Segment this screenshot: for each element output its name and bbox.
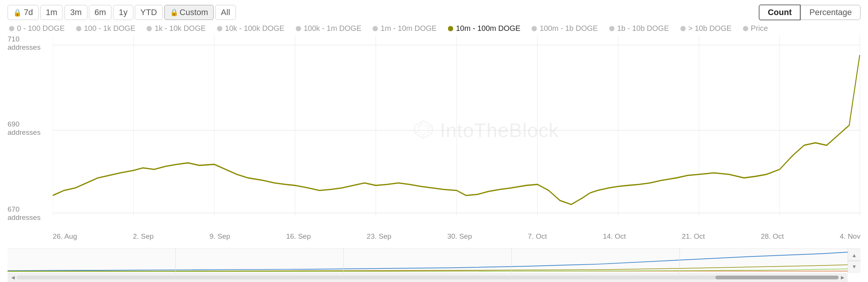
x-label-5: 30. Sep — [447, 232, 472, 241]
count-view-button[interactable]: Count — [759, 5, 801, 20]
legend-dot-1b-10b — [609, 26, 614, 31]
legend-item-0-100[interactable]: 0 - 100 DOGE — [9, 24, 65, 33]
legend-label-10m-100m: 10m - 100m DOGE — [456, 24, 520, 33]
svg-line-18 — [429, 132, 432, 133]
legend-label-100-1k: 100 - 1k DOGE — [84, 24, 136, 33]
lock-icon-custom: 🔒 — [170, 8, 178, 17]
h-scroll-left-button[interactable]: ◀ — [9, 273, 17, 282]
legend-label-100k-1m: 100k - 1m DOGE — [304, 24, 361, 33]
scroll-down-button[interactable]: ▼ — [848, 261, 860, 271]
legend-dot-10k-100k — [217, 26, 222, 31]
legend-dot-1m-10m — [373, 26, 378, 31]
y-label-bottom: 670 addresses — [8, 205, 53, 222]
lock-icon-7d: 🔒 — [13, 9, 21, 17]
filter-1y-button[interactable]: 1y — [113, 5, 133, 20]
x-label-10: 4. Nov — [840, 232, 860, 241]
filter-7d-button[interactable]: 🔒 7d — [8, 5, 39, 20]
x-axis-labels: 26. Aug 2. Sep 9. Sep 16. Sep 23. Sep 30… — [53, 232, 860, 241]
svg-marker-15 — [418, 124, 429, 135]
legend-label-100m-1b: 100m - 1b DOGE — [539, 24, 598, 33]
legend-item-1m-10m[interactable]: 1m - 10m DOGE — [373, 24, 437, 33]
y-label-mid: 690 addresses — [8, 120, 53, 137]
chart-area: 710 addresses 690 addresses 670 addresse… — [8, 35, 860, 282]
x-label-6: 7. Oct — [528, 232, 547, 241]
legend-item-price[interactable]: Price — [743, 24, 768, 33]
chart-svg-wrapper: IntoTheBlock — [53, 35, 860, 226]
x-label-4: 23. Sep — [367, 232, 391, 241]
y-axis-labels: 710 addresses 690 addresses 670 addresse… — [8, 35, 53, 226]
x-label-1: 2. Sep — [133, 232, 154, 241]
legend-dot-100-1k — [76, 26, 81, 31]
legend-dot-1k-10k — [147, 26, 152, 31]
x-label-0: 26. Aug — [53, 232, 77, 241]
legend-dot-10m-100m — [448, 26, 453, 31]
legend-item-1k-10k[interactable]: 1k - 10k DOGE — [147, 24, 206, 33]
filter-6m-button[interactable]: 6m — [89, 5, 112, 20]
x-label-2: 9. Sep — [209, 232, 230, 241]
svg-rect-21 — [8, 248, 848, 273]
legend-label-1m-10m: 1m - 10m DOGE — [381, 24, 437, 33]
watermark: IntoTheBlock — [413, 119, 559, 142]
legend-dot-100k-1m — [296, 26, 301, 31]
percentage-view-button[interactable]: Percentage — [801, 5, 860, 20]
filter-custom-button[interactable]: 🔒 Custom — [164, 5, 214, 20]
h-scrollbar[interactable]: ◀ ▶ — [8, 273, 848, 282]
legend-dot-price — [743, 26, 748, 31]
x-label-8: 21. Oct — [682, 232, 705, 241]
legend-dot-0-100 — [9, 26, 14, 31]
legend-item-gt10b[interactable]: > 10b DOGE — [680, 24, 732, 33]
watermark-icon — [413, 119, 434, 142]
legend-label-1b-10b: 1b - 10b DOGE — [617, 24, 669, 33]
legend-item-10m-100m[interactable]: 10m - 100m DOGE — [448, 24, 520, 33]
h-scrollbar-track[interactable] — [17, 276, 839, 279]
svg-line-17 — [429, 126, 432, 127]
mini-chart-wrapper[interactable]: 2016 2018 2020 2022 2024 ▲ ▼ ◀ ▶ — [8, 248, 860, 282]
legend-dot-gt10b — [680, 26, 686, 31]
legend-item-10k-100k[interactable]: 10k - 100k DOGE — [217, 24, 284, 33]
h-scrollbar-thumb[interactable] — [715, 276, 839, 279]
view-toggle: Count Percentage — [759, 5, 860, 20]
time-filters: 🔒 7d 1m 3m 6m 1y YTD 🔒 Custom All — [8, 5, 236, 20]
watermark-text: IntoTheBlock — [440, 119, 559, 142]
legend-label-price: Price — [751, 24, 768, 33]
legend-label-0-100: 0 - 100 DOGE — [17, 24, 65, 33]
legend-item-100m-1b[interactable]: 100m - 1b DOGE — [532, 24, 598, 33]
top-bar: 🔒 7d 1m 3m 6m 1y YTD 🔒 Custom All Count … — [8, 5, 860, 20]
legend-item-100-1k[interactable]: 100 - 1k DOGE — [76, 24, 136, 33]
scroll-up-button[interactable]: ▲ — [848, 250, 860, 261]
mini-chart-svg — [8, 248, 848, 273]
legend-label-10k-100k: 10k - 100k DOGE — [225, 24, 284, 33]
legend-item-100k-1m[interactable]: 100k - 1m DOGE — [296, 24, 361, 33]
svg-line-20 — [414, 132, 418, 133]
filter-all-button[interactable]: All — [215, 5, 235, 20]
y-label-top: 710 addresses — [8, 35, 53, 52]
scroll-handle[interactable]: ▲ ▼ — [848, 248, 860, 273]
x-label-9: 28. Oct — [761, 232, 784, 241]
h-scroll-right-button[interactable]: ▶ — [839, 273, 846, 282]
x-label-7: 14. Oct — [603, 232, 626, 241]
legend: 0 - 100 DOGE 100 - 1k DOGE 1k - 10k DOGE… — [8, 24, 860, 33]
main-container: 🔒 7d 1m 3m 6m 1y YTD 🔒 Custom All Count … — [0, 0, 868, 282]
filter-ytd-button[interactable]: YTD — [135, 5, 163, 20]
filter-3m-button[interactable]: 3m — [64, 5, 87, 20]
main-chart[interactable]: 710 addresses 690 addresses 670 addresse… — [8, 35, 860, 248]
legend-label-1k-10k: 1k - 10k DOGE — [154, 24, 206, 33]
filter-1m-button[interactable]: 1m — [40, 5, 63, 20]
x-label-3: 16. Sep — [286, 232, 311, 241]
legend-dot-100m-1b — [532, 26, 537, 31]
legend-item-1b-10b[interactable]: 1b - 10b DOGE — [609, 24, 669, 33]
legend-label-gt10b: > 10b DOGE — [688, 24, 732, 33]
